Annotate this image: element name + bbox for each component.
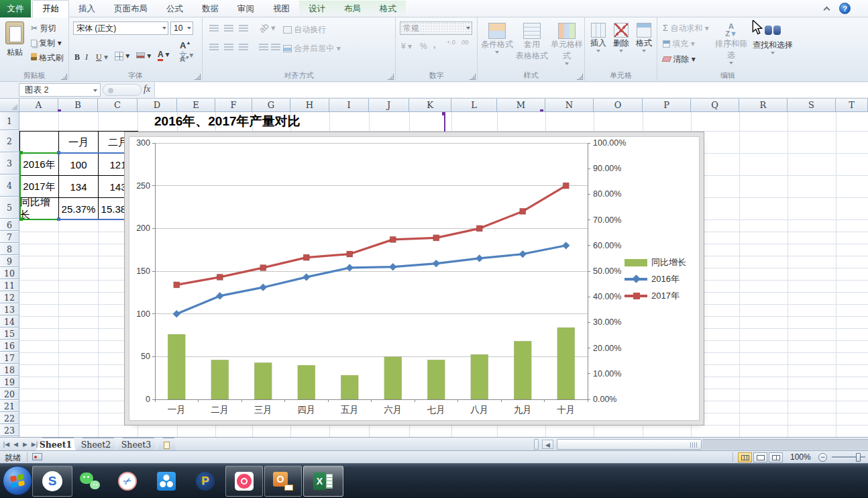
taskbar-excel-button[interactable]: X (303, 466, 343, 497)
row-header-3[interactable]: 3 (0, 153, 19, 175)
column-header-D[interactable]: D (138, 99, 177, 111)
file-tab[interactable]: 文件 (0, 0, 31, 17)
column-header-S[interactable]: S (788, 99, 836, 111)
ribbon-tab-审阅[interactable]: 审阅 (228, 1, 264, 17)
orientation-button[interactable]: ab ▾ (259, 23, 276, 33)
decrease-indent-button[interactable] (259, 43, 268, 52)
taskbar-wechat-button[interactable] (71, 466, 109, 497)
italic-button[interactable]: I (85, 52, 88, 62)
row-header-12[interactable]: 12 (0, 292, 19, 303)
increase-decimal-button[interactable]: +.0 (447, 39, 455, 46)
row-header-9[interactable]: 9 (0, 256, 19, 267)
autosum-button[interactable]: Σ 自动求和 ▾ (663, 23, 709, 34)
font-color-button[interactable]: A ▾ (158, 50, 170, 59)
taskbar-camera-button[interactable] (225, 466, 263, 497)
next-sheet-button[interactable]: ▶ (20, 440, 30, 449)
merge-center-button[interactable]: 合并后居中 ▾ (283, 43, 341, 54)
cut-button[interactable]: ✂ 剪切 (31, 23, 56, 34)
cell-r3-c1[interactable]: 100 (59, 154, 99, 176)
format-as-table-button[interactable]: 套用 表格格式 (515, 23, 549, 62)
delete-cells-button[interactable]: 删除 (610, 23, 632, 54)
column-header-M[interactable]: M (497, 99, 545, 111)
row-header-7[interactable]: 7 (0, 232, 19, 243)
row-header-15[interactable]: 15 (0, 328, 19, 340)
row-header-14[interactable]: 14 (0, 316, 19, 328)
hscroll-track[interactable] (702, 439, 868, 450)
column-header-R[interactable]: R (739, 99, 788, 111)
cell-r5-c1[interactable]: 25.37% (59, 198, 99, 220)
row-header-18[interactable]: 18 (0, 364, 19, 376)
ribbon-context-tab-设计[interactable]: 设计 (299, 1, 335, 17)
underline-dropdown[interactable]: ▾ (104, 52, 108, 62)
row-header-13[interactable]: 13 (0, 304, 19, 315)
page-layout-view-button[interactable] (753, 452, 767, 462)
taskbar-sogou-button[interactable]: S (32, 466, 72, 497)
decrease-decimal-button[interactable]: .00 (460, 39, 469, 46)
ribbon-tab-开始[interactable]: 开始 (32, 0, 69, 18)
hscroll-thumb[interactable] (557, 439, 702, 450)
collapse-ribbon-icon[interactable] (822, 4, 832, 13)
ribbon-tab-视图[interactable]: 视图 (264, 1, 299, 17)
align-center-button[interactable] (224, 43, 233, 52)
row-header-22[interactable]: 22 (0, 413, 19, 424)
column-header-Q[interactable]: Q (691, 99, 739, 111)
taskbar-baidu-netdisk-button[interactable] (148, 466, 185, 497)
first-sheet-button[interactable]: |◀ (1, 440, 11, 449)
row-header-2[interactable]: 2 (0, 131, 19, 152)
zoom-out-button[interactable]: − (818, 453, 827, 462)
column-header-B[interactable]: B (58, 99, 98, 111)
page-break-view-button[interactable] (769, 452, 783, 462)
column-header-T[interactable]: T (836, 99, 868, 111)
styles-dialog-launcher[interactable] (577, 74, 583, 80)
column-header-J[interactable]: J (369, 99, 409, 111)
sheet-tab-Sheet2[interactable]: Sheet2 (76, 438, 115, 450)
macro-record-icon[interactable] (32, 453, 42, 460)
purple-range-handle[interactable] (442, 112, 445, 115)
sheet-tab-Sheet3[interactable]: Sheet3 (117, 438, 156, 450)
select-all-corner[interactable] (0, 99, 19, 112)
help-icon[interactable]: ? (839, 3, 851, 14)
row-header-20[interactable]: 20 (0, 389, 19, 400)
tab-split-handle[interactable] (534, 439, 539, 450)
green-range-handle-bottom[interactable] (19, 217, 23, 221)
ribbon-tab-公式[interactable]: 公式 (157, 1, 193, 17)
row-header-17[interactable]: 17 (0, 352, 19, 364)
hscroll-left-arrow[interactable]: ◀ (542, 440, 553, 449)
column-header-G[interactable]: G (252, 99, 290, 111)
name-box-dropdown-icon[interactable] (93, 89, 97, 94)
column-header-E[interactable]: E (177, 99, 215, 111)
column-header-N[interactable]: N (545, 99, 594, 111)
number-dialog-launcher[interactable] (470, 74, 476, 80)
wrap-text-button[interactable]: 自动换行 (283, 24, 326, 36)
row-header-23[interactable]: 23 (0, 425, 19, 436)
border-button[interactable]: ▾ (115, 51, 129, 60)
format-cells-button[interactable]: 格式 (633, 23, 655, 54)
font-name-combo[interactable]: 宋体 (正文) (73, 21, 168, 35)
green-range-handle-top[interactable] (19, 151, 23, 154)
column-header-F[interactable]: F (215, 99, 252, 111)
chart-object[interactable]: 0501001502002503000.00%10.00%20.00%30.00… (129, 136, 700, 421)
cell-header-1[interactable]: 一月 (59, 132, 99, 154)
ribbon-context-tab-布局[interactable]: 布局 (335, 1, 370, 17)
alignment-dialog-launcher[interactable] (388, 74, 394, 80)
zoom-slider-handle[interactable] (856, 453, 861, 462)
ribbon-context-tab-格式[interactable]: 格式 (370, 1, 406, 17)
cell-r5-c0[interactable]: 同比增长 (20, 198, 59, 220)
grow-font-button[interactable]: A▲ (180, 40, 191, 50)
legend-item-2016年[interactable]: 2016年 (625, 272, 698, 287)
start-button[interactable] (3, 466, 32, 495)
number-format-combo[interactable]: 常规 (400, 21, 472, 35)
format-painter-button[interactable]: 格式刷 (31, 52, 63, 64)
ribbon-tab-数据[interactable]: 数据 (193, 1, 228, 17)
taskbar-outlook-button[interactable]: O (264, 466, 302, 497)
column-header-L[interactable]: L (451, 99, 497, 111)
font-dialog-launcher[interactable] (195, 74, 201, 80)
column-header-I[interactable]: I (329, 99, 369, 111)
cell-styles-button[interactable]: 单元格样式 (550, 23, 584, 67)
row-header-21[interactable]: 21 (0, 401, 19, 412)
chart-legend[interactable]: 同比增长2016年2017年 (625, 255, 698, 305)
cell-header-0[interactable] (20, 132, 59, 154)
align-bottom-button[interactable] (239, 24, 248, 34)
row-header-4[interactable]: 4 (0, 175, 19, 197)
column-header-A[interactable]: A (19, 99, 58, 111)
